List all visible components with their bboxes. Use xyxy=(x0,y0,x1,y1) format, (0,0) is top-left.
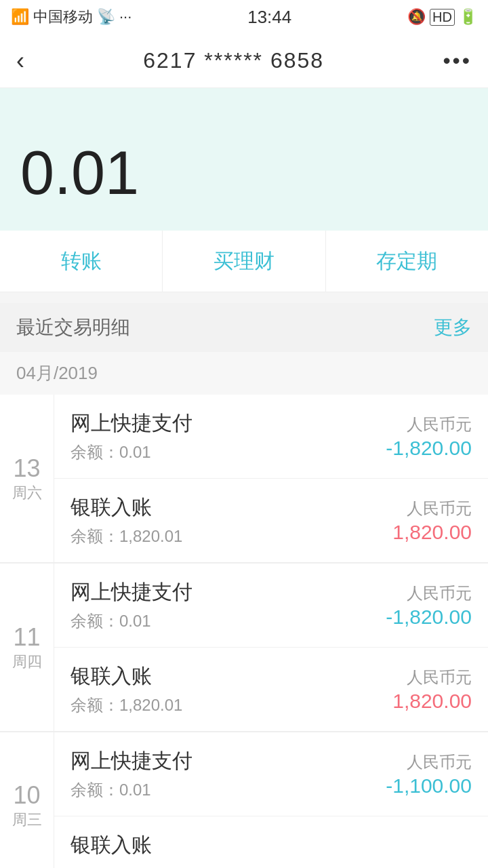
transactions-col-2: 网上快捷支付余额：0.01人民币元-1,100.00银联入账 xyxy=(54,732,488,868)
balance-area: 0.01 xyxy=(0,88,488,231)
hd-icon: HD xyxy=(430,9,455,26)
actions-bar: 转账 买理财 存定期 xyxy=(0,231,488,292)
tx-left: 网上快捷支付余额：0.01 xyxy=(70,747,192,801)
investment-label: 买理财 xyxy=(214,248,274,275)
tx-left: 网上快捷支付余额：0.01 xyxy=(70,410,192,463)
transaction-group-1: 11周四网上快捷支付余额：0.01人民币元-1,820.00银联入账余额：1,8… xyxy=(0,564,488,732)
tx-amount: 1,820.00 xyxy=(392,690,472,713)
tx-name: 网上快捷支付 xyxy=(70,578,192,606)
tx-left: 银联入账余额：1,820.01 xyxy=(70,663,182,716)
date-col-2: 10周三 xyxy=(0,732,54,868)
investment-button[interactable]: 买理财 xyxy=(163,231,325,292)
bell-icon: 🔕 xyxy=(407,8,426,26)
carrier-label: 中国移动 xyxy=(33,7,93,27)
status-bar-left: 📶 中国移动 📡 ··· xyxy=(11,7,131,27)
tx-currency: 人民币元 xyxy=(386,751,472,773)
balance-amount: 0.01 xyxy=(20,142,139,203)
ellipsis: ··· xyxy=(119,8,131,26)
transactions-col-1: 网上快捷支付余额：0.01人民币元-1,820.00银联入账余额：1,820.0… xyxy=(54,564,488,731)
tx-left: 网上快捷支付余额：0.01 xyxy=(70,578,192,632)
transactions-col-0: 网上快捷支付余额：0.01人民币元-1,820.00银联入账余额：1,820.0… xyxy=(54,395,488,562)
date-day: 10 xyxy=(13,781,40,810)
status-bar: 📶 中国移动 📡 ··· 13:44 🔕 HD 🔋 xyxy=(0,0,488,34)
tx-right: 人民币元-1,820.00 xyxy=(386,414,472,460)
tx-balance: 余额：1,820.01 xyxy=(70,694,182,716)
transfer-label: 转账 xyxy=(61,248,102,275)
tx-name: 网上快捷支付 xyxy=(70,410,192,437)
transaction-group-2: 10周三网上快捷支付余额：0.01人民币元-1,100.00银联入账 xyxy=(0,732,488,868)
tx-amount: -1,820.00 xyxy=(386,437,472,460)
tx-right: 人民币元1,820.00 xyxy=(392,498,472,544)
tx-amount: 1,820.00 xyxy=(392,521,472,544)
date-col-0: 13周六 xyxy=(0,395,54,562)
tx-row: 网上快捷支付余额：0.01人民币元-1,820.00 xyxy=(54,564,488,648)
date-group-header: 04月/2019 xyxy=(0,352,488,395)
tx-currency: 人民币元 xyxy=(392,667,472,688)
tx-name: 银联入账 xyxy=(70,494,182,521)
tx-currency: 人民币元 xyxy=(386,583,472,604)
transfer-button[interactable]: 转账 xyxy=(0,231,163,292)
more-button[interactable]: ••• xyxy=(443,48,472,73)
date-weekday: 周六 xyxy=(12,483,42,503)
date-group-label: 04月/2019 xyxy=(16,363,98,383)
back-button[interactable]: ‹ xyxy=(16,47,24,75)
tx-left: 银联入账 xyxy=(70,831,152,863)
tx-balance: 余额：1,820.01 xyxy=(70,526,182,547)
tx-row: 网上快捷支付余额：0.01人民币元-1,100.00 xyxy=(54,732,488,816)
date-col-1: 11周四 xyxy=(0,564,54,731)
tx-name: 银联入账 xyxy=(70,831,152,859)
status-bar-right: 🔕 HD 🔋 xyxy=(407,8,477,26)
tx-right: 人民币元-1,100.00 xyxy=(386,751,472,797)
tx-currency: 人民币元 xyxy=(386,414,472,435)
page-title: 6217 ****** 6858 xyxy=(143,48,324,73)
transactions-container: 13周六网上快捷支付余额：0.01人民币元-1,820.00银联入账余额：1,8… xyxy=(0,395,488,868)
tx-row: 网上快捷支付余额：0.01人民币元-1,820.00 xyxy=(54,395,488,479)
tx-right: 人民币元1,820.00 xyxy=(392,667,472,713)
status-bar-time: 13:44 xyxy=(247,7,291,28)
tx-row: 银联入账余额：1,820.01人民币元1,820.00 xyxy=(54,479,488,562)
date-weekday: 周三 xyxy=(12,810,42,830)
tx-row: 银联入账 xyxy=(54,816,488,868)
tx-amount: -1,100.00 xyxy=(386,774,472,797)
tx-balance: 余额：0.01 xyxy=(70,779,192,801)
tx-left: 银联入账余额：1,820.01 xyxy=(70,494,182,547)
tx-balance: 余额：0.01 xyxy=(70,610,192,632)
battery-icon: 🔋 xyxy=(459,8,477,26)
tx-balance: 余额：0.01 xyxy=(70,441,192,463)
recent-transactions-header: 最近交易明细 更多 xyxy=(0,303,488,352)
tx-name: 网上快捷支付 xyxy=(70,747,192,775)
tx-row: 银联入账余额：1,820.01人民币元1,820.00 xyxy=(54,648,488,731)
signal-icon: 📶 xyxy=(11,8,29,26)
tx-amount: -1,820.00 xyxy=(386,606,472,629)
tx-name: 银联入账 xyxy=(70,663,182,690)
date-day: 11 xyxy=(13,623,40,652)
tx-right: 人民币元-1,820.00 xyxy=(386,583,472,629)
date-weekday: 周四 xyxy=(12,652,42,672)
header: ‹ 6217 ****** 6858 ••• xyxy=(0,34,488,88)
wifi-icon: 📡 xyxy=(97,8,115,26)
date-day: 13 xyxy=(13,454,40,483)
tx-currency: 人民币元 xyxy=(392,498,472,519)
more-link[interactable]: 更多 xyxy=(434,315,472,340)
section-title: 最近交易明细 xyxy=(16,315,130,340)
deposit-label: 存定期 xyxy=(376,248,437,275)
transaction-group-0: 13周六网上快捷支付余额：0.01人民币元-1,820.00银联入账余额：1,8… xyxy=(0,395,488,564)
deposit-button[interactable]: 存定期 xyxy=(326,231,488,292)
